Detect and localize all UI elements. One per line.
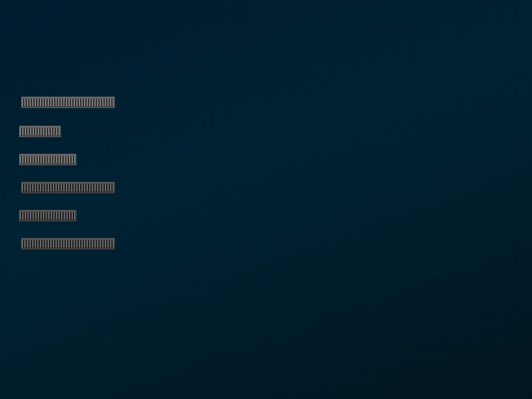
slot-connector-pciex4-1 — [10, 154, 76, 165]
slot-connector-pciex16-2: ⊓ — [10, 182, 131, 193]
slot-connector-pciex4-2 — [10, 210, 76, 221]
slot-connector-pciex16-1: ⊓ — [10, 97, 131, 108]
slot-connector-pciex16-3: ⊓ — [10, 238, 131, 249]
